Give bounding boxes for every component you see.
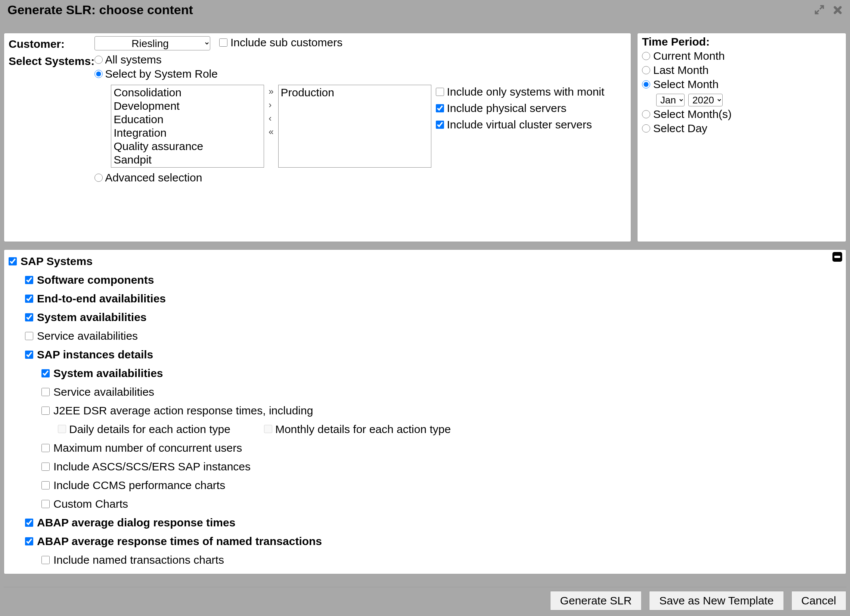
selected-roles-list[interactable]: Production (278, 85, 431, 167)
customer-select[interactable]: Riesling (94, 36, 210, 51)
generate-slr-button[interactable]: Generate SLR (550, 591, 642, 610)
j2ee-monthly-label: Monthly details for each action type (275, 423, 451, 435)
select-day-radio[interactable] (642, 124, 650, 133)
list-item[interactable]: Production (281, 86, 429, 99)
dialog: Generate SLR: choose content Customer: R… (0, 0, 850, 616)
ccms-label: Include CCMS performance charts (53, 476, 225, 495)
j2ee-checkbox[interactable] (42, 407, 50, 415)
include-virtual-label: Include virtual cluster servers (447, 118, 592, 131)
abap-dialog-label: ABAP average dialog response times (37, 513, 235, 532)
move-right-icon[interactable]: › (268, 100, 273, 110)
list-item[interactable]: Sandpit (114, 153, 262, 166)
expand-icon[interactable] (814, 4, 825, 15)
include-sub-customers-label: Include sub customers (230, 36, 343, 49)
by-system-role-radio[interactable] (94, 70, 103, 78)
include-sub-customers-checkbox[interactable] (219, 39, 227, 47)
include-only-monitored-label: Include only systems with monit (447, 85, 605, 98)
inst-svc-avail-checkbox[interactable] (42, 388, 50, 396)
abap-named-checkbox[interactable] (25, 537, 33, 546)
available-roles-list[interactable]: Consolidation Development Education Inte… (111, 85, 264, 167)
advanced-selection-radio[interactable] (94, 173, 103, 182)
custom-charts-label: Custom Charts (53, 495, 128, 513)
j2ee-monthly-checkbox (264, 425, 272, 433)
select-systems-label: Select Systems: (9, 53, 94, 67)
custom-charts-checkbox[interactable] (42, 500, 50, 508)
footer: Generate SLR Save as New Template Cancel (4, 587, 846, 609)
dialog-title: Generate SLR: choose content (7, 3, 807, 17)
cancel-button[interactable]: Cancel (792, 591, 846, 610)
svc-avail-checkbox[interactable] (25, 332, 33, 340)
include-physical-checkbox[interactable] (436, 104, 444, 112)
content-panel: Customer: Riesling Include sub customers… (4, 33, 631, 242)
select-day-label: Select Day (653, 122, 707, 135)
j2ee-daily-checkbox (58, 425, 66, 433)
sys-avail-checkbox[interactable] (25, 313, 33, 321)
time-period-label: Time Period: (642, 36, 841, 48)
j2ee-label: J2EE DSR average action response times, … (53, 401, 313, 420)
move-all-right-icon[interactable]: » (268, 86, 273, 97)
e2e-avail-label: End-to-end availabilities (37, 289, 166, 308)
list-item[interactable]: Integration (114, 126, 262, 140)
collapse-icon[interactable] (832, 252, 842, 262)
month-select[interactable]: Jan (656, 94, 685, 106)
ccms-checkbox[interactable] (42, 481, 50, 489)
j2ee-daily-label: Daily details for each action type (69, 423, 230, 435)
include-physical-label: Include physical servers (447, 102, 567, 115)
last-month-radio[interactable] (642, 66, 650, 74)
sap-systems-label: SAP Systems (21, 252, 93, 271)
select-months-radio[interactable] (642, 110, 650, 118)
list-item[interactable]: Development (114, 99, 262, 113)
ascs-checkbox[interactable] (42, 462, 50, 471)
close-icon[interactable] (832, 4, 843, 15)
all-systems-label: All systems (105, 53, 162, 66)
named-charts-label: Include named transactions charts (53, 551, 224, 569)
select-month-label: Select Month (653, 78, 718, 91)
current-month-label: Current Month (653, 50, 725, 62)
abap-named-label: ABAP average response times of named tra… (37, 532, 322, 551)
customer-label: Customer: (9, 36, 94, 51)
list-item[interactable]: Quality assurance (114, 140, 262, 153)
e2e-avail-checkbox[interactable] (25, 295, 33, 303)
max-users-label: Maximum number of concurrent users (53, 439, 242, 458)
abap-topn-label: ABAP top N transaction response times so… (37, 569, 367, 574)
inst-sys-avail-label: System availabilities (53, 364, 163, 383)
system-role-shuttle: Consolidation Development Education Inte… (111, 85, 604, 167)
move-all-left-icon[interactable]: « (268, 127, 273, 137)
time-period-panel: Time Period: Current Month Last Month Se… (637, 33, 846, 242)
include-only-monitored-checkbox[interactable] (436, 88, 444, 96)
sys-avail-label: System availabilities (37, 308, 147, 327)
tree-panel: SAP Systems Software components End-to-e… (4, 250, 846, 574)
sap-systems-checkbox[interactable] (9, 257, 17, 265)
by-system-role-label: Select by System Role (105, 67, 218, 80)
sap-instances-checkbox[interactable] (25, 351, 33, 359)
abap-dialog-checkbox[interactable] (25, 519, 33, 527)
select-month-radio[interactable] (642, 80, 650, 88)
list-item[interactable]: Education (114, 113, 262, 126)
named-charts-checkbox[interactable] (42, 556, 50, 564)
sap-instances-label: SAP instances details (37, 345, 153, 364)
titlebar: Generate SLR: choose content (0, 0, 850, 19)
advanced-selection-label: Advanced selection (105, 171, 202, 184)
move-left-icon[interactable]: ‹ (268, 113, 273, 124)
all-systems-radio[interactable] (94, 55, 103, 64)
last-month-label: Last Month (653, 64, 708, 76)
inst-svc-avail-label: Service availabilities (53, 383, 154, 401)
svc-avail-label: Service availabilities (37, 327, 138, 345)
software-components-label: Software components (37, 271, 154, 289)
max-users-checkbox[interactable] (42, 444, 50, 452)
save-template-button[interactable]: Save as New Template (649, 591, 784, 610)
include-virtual-checkbox[interactable] (436, 121, 444, 129)
software-components-checkbox[interactable] (25, 276, 33, 284)
year-select[interactable]: 2020 (688, 94, 723, 106)
current-month-radio[interactable] (642, 52, 650, 60)
inst-sys-avail-checkbox[interactable] (42, 369, 50, 377)
list-item[interactable]: Consolidation (114, 86, 262, 99)
ascs-label: Include ASCS/SCS/ERS SAP instances (53, 458, 251, 476)
select-months-label: Select Month(s) (653, 108, 732, 121)
